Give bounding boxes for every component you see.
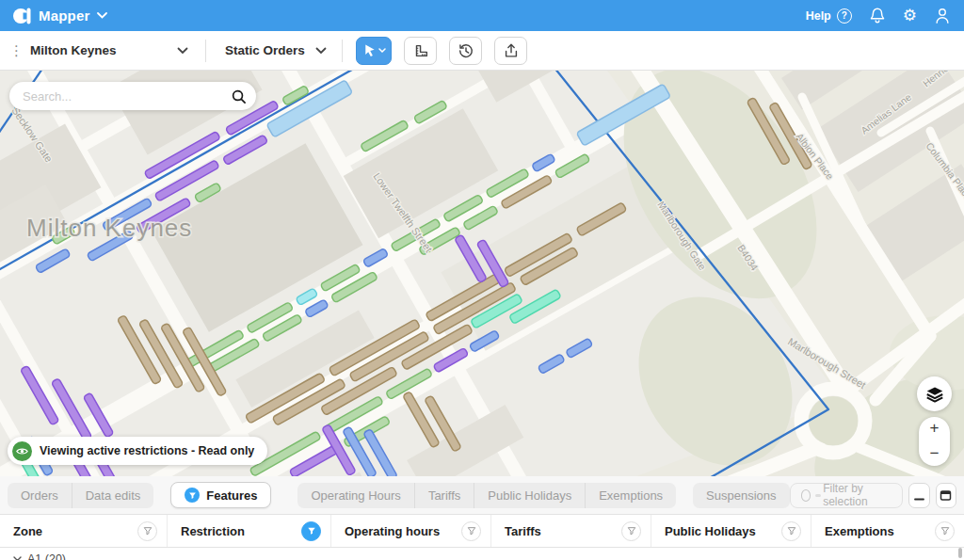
help-question-icon: ? bbox=[837, 8, 852, 24]
app-window: Mapper Help ? ⚙ ⋮ Milton Keynes bbox=[0, 0, 964, 560]
column-label: Restriction bbox=[181, 524, 245, 538]
tab-group: Operating HoursTariffsPublic HolidaysExe… bbox=[297, 483, 676, 508]
basemap: Secklow GateLower Twelfth StreetMarlboro… bbox=[0, 71, 964, 476]
zoom-control: + − bbox=[919, 417, 950, 466]
search-input[interactable] bbox=[23, 89, 231, 104]
filter-by-selection-label: Filter by selection bbox=[823, 482, 892, 508]
search-icon[interactable] bbox=[231, 88, 247, 104]
column-filter-icon[interactable] bbox=[137, 521, 157, 541]
column-filter-icon[interactable] bbox=[781, 521, 801, 541]
tab-operating-hours[interactable]: Operating Hours bbox=[297, 483, 413, 508]
readonly-banner: Viewing active restrictions - Read only bbox=[8, 437, 267, 465]
expand-chevron-icon[interactable] bbox=[13, 556, 22, 560]
tab-group: OrdersData edits bbox=[8, 483, 153, 508]
upload-export-icon bbox=[503, 42, 520, 59]
tab-orders[interactable]: Orders bbox=[8, 483, 72, 508]
user-account-icon[interactable] bbox=[934, 7, 951, 24]
history-clock-icon bbox=[458, 42, 474, 59]
zone-cell: A1 (20) bbox=[27, 552, 66, 560]
column-filter-icon[interactable] bbox=[621, 521, 641, 541]
column-filter-icon[interactable] bbox=[461, 521, 481, 541]
eye-icon bbox=[12, 441, 32, 461]
toggle-icon bbox=[801, 489, 811, 502]
select-tool-button[interactable] bbox=[356, 37, 392, 65]
tab-exemptions[interactable]: Exemptions bbox=[585, 483, 676, 508]
filter-funnel-icon bbox=[185, 488, 200, 503]
readonly-banner-text: Viewing active restrictions - Read only bbox=[40, 444, 254, 457]
column-header-zone: Zone bbox=[0, 515, 168, 547]
chevron-down-icon bbox=[177, 47, 188, 55]
minimize-icon bbox=[913, 489, 925, 502]
column-label: Operating hours bbox=[345, 524, 440, 538]
mapper-logo-icon bbox=[13, 7, 32, 25]
org-selector[interactable]: Milton Keynes bbox=[30, 31, 200, 70]
tab-features[interactable]: Features bbox=[170, 482, 271, 508]
panel-tab-row: OrdersData editsFeaturesOperating HoursT… bbox=[0, 476, 964, 514]
tab-group: Suspensions bbox=[693, 483, 789, 508]
column-label: Public Holidays bbox=[665, 524, 756, 538]
measure-tool-button[interactable] bbox=[404, 37, 437, 65]
table-header-row: ZoneRestrictionOperating hoursTariffsPub… bbox=[0, 514, 964, 548]
column-header-public-holidays: Public Holidays bbox=[651, 515, 811, 547]
column-label: Exemptions bbox=[825, 524, 894, 538]
tool-chevron-down-icon bbox=[378, 48, 386, 54]
tab-data-edits[interactable]: Data edits bbox=[72, 483, 154, 508]
zoom-in-button[interactable]: + bbox=[930, 420, 940, 436]
settings-gear-icon[interactable]: ⚙ bbox=[903, 8, 917, 24]
map-canvas[interactable]: Secklow GateLower Twelfth StreetMarlboro… bbox=[0, 71, 964, 476]
layers-icon bbox=[924, 384, 945, 405]
brand-name: Mapper bbox=[39, 8, 90, 24]
map-search bbox=[9, 82, 256, 110]
maximize-panel-button[interactable] bbox=[936, 483, 956, 508]
maximize-icon bbox=[940, 489, 952, 502]
filter-by-selection-toggle[interactable]: Filter by selection bbox=[790, 483, 904, 508]
zoom-out-button[interactable]: − bbox=[930, 445, 940, 461]
scrollbar-thumb[interactable] bbox=[958, 548, 962, 558]
column-header-operating-hours: Operating hours bbox=[331, 515, 491, 547]
help-button[interactable]: Help ? bbox=[806, 8, 852, 24]
column-header-tariffs: Tariffs bbox=[491, 515, 651, 547]
drag-grip-icon[interactable]: ⋮ bbox=[0, 42, 30, 59]
ruler-icon bbox=[412, 42, 429, 59]
cursor-arrow-icon bbox=[362, 43, 377, 58]
column-label: Tariffs bbox=[505, 524, 541, 538]
city-map-label: Milton Keynes bbox=[26, 214, 192, 242]
history-tool-button[interactable] bbox=[449, 37, 482, 65]
export-tool-button[interactable] bbox=[494, 37, 527, 65]
order-type-selector[interactable]: Static Orders bbox=[225, 31, 336, 70]
org-selector-value: Milton Keynes bbox=[30, 43, 117, 57]
notifications-bell-icon[interactable] bbox=[869, 7, 886, 24]
top-header: Mapper Help ? ⚙ bbox=[0, 0, 964, 31]
table-row[interactable]: A1 (20) bbox=[0, 548, 964, 560]
order-type-value: Static Orders bbox=[225, 43, 305, 57]
column-label: Zone bbox=[13, 524, 42, 538]
layers-button[interactable] bbox=[917, 376, 952, 411]
minimize-panel-button[interactable] bbox=[908, 483, 929, 508]
column-filter-icon[interactable] bbox=[935, 521, 955, 541]
map-toolbar: ⋮ Milton Keynes Static Orders bbox=[0, 31, 964, 71]
chevron-down-icon bbox=[315, 47, 327, 55]
help-label: Help bbox=[806, 9, 831, 23]
column-header-restriction: Restriction bbox=[168, 515, 331, 547]
column-header-exemptions: Exemptions bbox=[811, 515, 964, 547]
toolbar-divider bbox=[205, 40, 206, 62]
tab-tariffs[interactable]: Tariffs bbox=[414, 483, 474, 508]
tab-suspensions[interactable]: Suspensions bbox=[693, 483, 789, 508]
brand-chevron-down-icon bbox=[97, 12, 107, 19]
app-logo[interactable]: Mapper bbox=[13, 7, 107, 25]
bottom-panel: OrdersData editsFeaturesOperating HoursT… bbox=[0, 476, 964, 560]
toolbar-divider bbox=[342, 40, 343, 62]
tab-public-holidays[interactable]: Public Holidays bbox=[474, 483, 585, 508]
column-filter-icon[interactable] bbox=[301, 521, 321, 541]
